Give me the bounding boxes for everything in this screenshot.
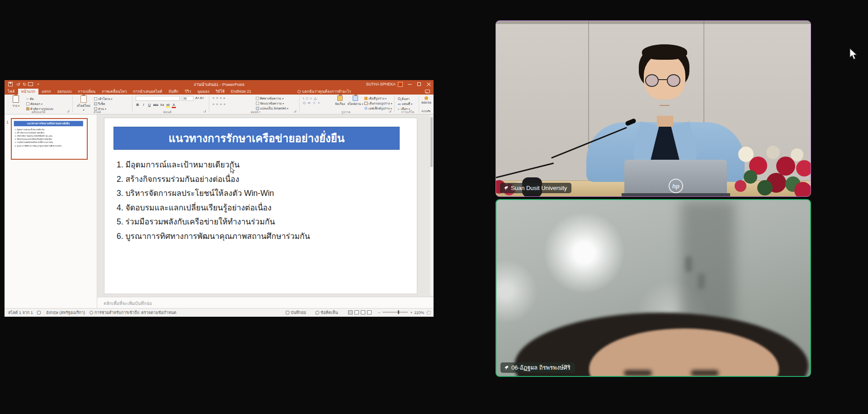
cut-button[interactable]: ✂ ตัด [26, 96, 34, 101]
comments-toggle[interactable]: ข้อคิดเห็น [316, 309, 338, 317]
quick-styles-button[interactable]: สไตล์ด่วน ▾ [347, 95, 363, 109]
drawing-dialog-launcher[interactable] [389, 110, 391, 112]
leaves [757, 180, 773, 195]
laptop: hp [624, 160, 727, 194]
text-direction-button[interactable]: ทิศทางข้อความ ▾ [256, 96, 283, 101]
font-style-buttons[interactable]: B I U abc Aa ab A [136, 103, 177, 108]
minimize-button[interactable] [405, 80, 415, 89]
list-buttons[interactable]: ≡≡≡▾ [212, 96, 226, 100]
find-button[interactable]: ค้นหา [398, 96, 410, 101]
zoom-controls[interactable]: −+ [378, 309, 413, 317]
reset-icon [94, 102, 97, 105]
slide-body-list[interactable]: 1. มีอุดมการณ์และเป้าหมายเดียวกัน 2. สร้… [117, 158, 310, 243]
slide-canvas[interactable]: แนวทางการรักษาเครือข่ายอย่างยั่งยืน 1. ม… [104, 118, 417, 294]
paste-button[interactable]: วาง ▾ [8, 95, 24, 109]
reading-view-icon[interactable] [361, 310, 365, 314]
addins-button[interactable]: Add-ins [420, 95, 433, 109]
account-name[interactable]: SUTHA SPHEKA [366, 80, 396, 89]
tab-home[interactable]: หน้าแรก [18, 89, 38, 95]
accessibility-status[interactable]: การช่วยสำหรับการเข้าถึง: ตรวจตามข้อกำหนด [90, 309, 176, 317]
close-button[interactable] [424, 80, 434, 89]
video-tile-presenter[interactable]: hp Suan Dusit University [495, 20, 811, 197]
strikethrough-button[interactable]: abc [153, 103, 158, 106]
underline-button[interactable]: U [147, 103, 151, 107]
slide-list-item: 5. ร่วมมือรวมพลังกับเครือข่ายให้ทำงานร่ว… [117, 215, 310, 229]
account-badge-icon[interactable] [398, 82, 403, 87]
align-text-icon [256, 102, 259, 105]
copy-button[interactable]: คัดลอก ▾ [26, 101, 42, 106]
pin-icon [503, 186, 509, 191]
align-buttons[interactable]: ≡≡≡≡ [212, 103, 227, 106]
tab-insert[interactable]: แทรก [38, 89, 54, 95]
presenter-neck [657, 116, 673, 127]
view-buttons[interactable] [348, 309, 373, 317]
clipboard-dialog-launcher[interactable] [67, 110, 69, 112]
font-color-button[interactable]: A [172, 103, 176, 108]
paste-icon [13, 95, 19, 103]
tab-design[interactable]: ออกแบบ [54, 89, 75, 95]
highlight-color-button[interactable]: ab [166, 103, 170, 108]
status-bar: สไลด์ 1 จาก 1 อังกฤษ (สหรัฐอเมริกา) การช… [5, 308, 434, 317]
background-smudge [698, 273, 705, 290]
layout-button[interactable]: เค้าโครง ▾ [94, 96, 113, 101]
arrange-button[interactable]: จัดเรียง [332, 95, 348, 109]
slideshow-icon[interactable] [367, 310, 372, 314]
notes-pane[interactable]: คลิกเพื่อที่จะเพิ่มบันทึกย่อ [97, 297, 434, 308]
zoom-slider[interactable] [382, 312, 408, 313]
shapes-gallery[interactable]: \ □ ○ △ ◇ ⇨ ☆ + [303, 96, 320, 105]
restore-button[interactable] [415, 80, 424, 89]
tab-file[interactable]: ไฟล์ [5, 89, 18, 95]
tell-me-icon [297, 90, 301, 93]
layout-icon [94, 97, 97, 100]
tab-help[interactable]: วิธีใช้ [212, 89, 228, 95]
notes-placeholder: คลิกเพื่อที่จะเพิ่มบันทึกย่อ [104, 300, 434, 307]
flower [735, 180, 746, 192]
shape-fill-button[interactable]: เติมสีรูปร่าง ▾ [364, 96, 387, 101]
replace-button[interactable]: ab แทนที่ ▾ [398, 101, 412, 106]
font-name-input[interactable] [136, 96, 180, 101]
slide-indicator: สไลด์ 1 จาก 1 [8, 309, 33, 317]
leaves [744, 170, 757, 184]
flower [791, 148, 803, 161]
shape-outline-button[interactable]: เส้นกรอบรูปร่าง ▾ [364, 101, 392, 106]
slide-sorter-icon[interactable] [354, 310, 359, 314]
grow-shrink-font[interactable]: A˄ A˅ [195, 96, 204, 100]
reset-button[interactable]: รีเซ็ต [94, 101, 105, 106]
paragraph-dialog-launcher[interactable] [294, 110, 296, 112]
video-tile-speaker[interactable]: 06-อัฏฐผล ถิรพรพงษ์ศิริ [495, 199, 811, 377]
slide-title-bar[interactable]: แนวทางการรักษาเครือข่ายอย่างยั่งยืน [113, 127, 400, 150]
bold-button[interactable]: B [136, 103, 140, 107]
tell-me-box[interactable]: บอกฉันว่าคุณต้องการทำอะไร [297, 89, 351, 95]
font-dialog-launcher[interactable] [203, 110, 206, 112]
mouse-cursor [849, 48, 858, 61]
slide-thumbnail[interactable]: แนวทางการรักษาเครือข่ายอย่างยั่งยืน 1. ม… [11, 118, 88, 160]
shape-effects-button[interactable]: เอฟเฟ็กต์รูปร่าง ▾ [364, 106, 392, 111]
language-indicator[interactable]: อังกฤษ (สหรัฐอเมริกา) [46, 309, 85, 317]
tab-transitions[interactable]: การเปลี่ยน [75, 89, 99, 95]
slide-thumbnail-panel[interactable]: 1 แนวทางการรักษาเครือข่ายอย่างยั่งยืน 1.… [5, 114, 97, 308]
editor-scrollbar[interactable] [430, 115, 433, 295]
comments-icon[interactable] [425, 90, 430, 93]
flower [796, 160, 811, 176]
group-label-font: ฟอนต์ [154, 109, 181, 114]
tab-record[interactable]: บันทึก [165, 89, 182, 95]
spellcheck-icon[interactable] [37, 309, 42, 317]
tab-animations[interactable]: ภาพเคลื่อนไหว [99, 89, 130, 95]
font-size-input[interactable]: 36 [182, 96, 193, 101]
tab-endnote[interactable]: EndNote 21 [228, 89, 255, 95]
tab-review[interactable]: รีวิว [182, 89, 194, 95]
new-slide-button[interactable]: สไลด์ใหม่ ▾ [76, 95, 91, 109]
change-case-button[interactable]: Aa [160, 103, 164, 106]
italic-button[interactable]: I [142, 103, 146, 107]
speaker-eyebrow [691, 370, 719, 376]
speaker-eyebrow [624, 370, 652, 376]
notes-toggle[interactable]: บันทึกย่อ [286, 309, 306, 317]
zoom-level[interactable]: 110% [414, 309, 424, 317]
tab-slideshow[interactable]: การนำเสนอสไลด์ [130, 89, 165, 95]
normal-view-icon[interactable] [348, 310, 353, 314]
tab-view[interactable]: มุมมอง [194, 89, 212, 95]
align-text-button[interactable]: จัดแนวข้อความ ▾ [256, 101, 284, 106]
slide-editor[interactable]: แนวทางการรักษาเครือข่ายอย่างยั่งยืน 1. ม… [97, 114, 434, 297]
fit-slide-icon[interactable] [427, 309, 432, 317]
glasses-bridge [658, 79, 668, 80]
